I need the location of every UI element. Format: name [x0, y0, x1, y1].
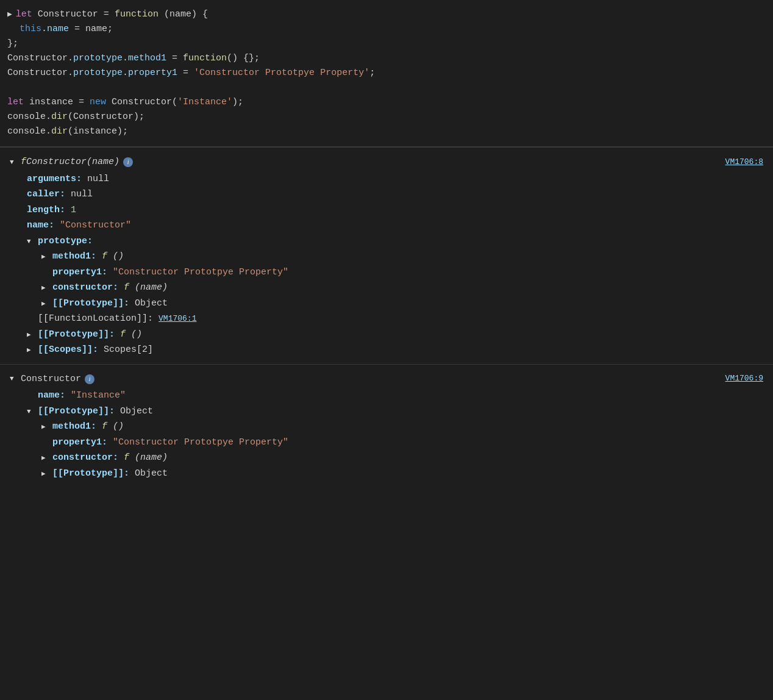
vm-link-function-location[interactable]: VM1706:1 — [159, 312, 196, 326]
method1-expand-arrow[interactable] — [41, 251, 50, 263]
code-line-8: console.dir(Constructor); — [7, 110, 763, 124]
prop-scopes: [[Scopes]]: Scopes[2] — [10, 342, 763, 358]
prop-instance-prototype: [[Prototype]]: Object — [10, 404, 763, 420]
constructor-fn-name: Constructor(name) — [26, 154, 119, 171]
instance-expand-arrow[interactable] — [10, 373, 18, 385]
constructor-inner-expand[interactable] — [41, 282, 50, 294]
prop-instance-prototype-inner: [[Prototype]]: Object — [10, 466, 763, 482]
kw-let: let — [16, 7, 32, 22]
prop-instance-constructor: constructor: f (name) — [10, 450, 763, 466]
prop-constructor-inner: constructor: f (name) — [10, 280, 763, 296]
prop-arguments: arguments: null — [10, 171, 763, 187]
scopes-expand[interactable] — [27, 345, 35, 356]
code-line-4: Constructor.prototype.method1 = function… — [7, 51, 763, 66]
prop-prototype: prototype: — [10, 234, 763, 249]
info-badge-2[interactable]: i — [85, 374, 94, 384]
constructor-header-row: f Constructor(name) i VM1706:8 — [10, 154, 763, 171]
code-line-3: }; — [7, 37, 763, 51]
code-line-6 — [7, 80, 763, 95]
prop-caller: caller: null — [10, 187, 763, 202]
code-line-5: Constructor.prototype.property1 = 'Const… — [7, 66, 763, 80]
prop-property1-proto: property1: "Constructor Prototpye Proper… — [10, 265, 763, 280]
instance-method1-expand[interactable] — [41, 421, 50, 433]
prop-method1: method1: f () — [10, 249, 763, 265]
instance-header-row: Constructor i VM1706:9 — [10, 371, 763, 388]
info-badge-1[interactable]: i — [123, 157, 133, 167]
prototype-inner-expand[interactable] — [41, 298, 50, 310]
code-section: ▶let Constructor = function (name) { thi… — [0, 0, 773, 147]
instance-label: Constructor — [21, 371, 81, 388]
prop-function-location: [[FunctionLocation]]: VM1706:1 — [10, 311, 763, 327]
prototype-expand-arrow[interactable] — [27, 236, 35, 248]
prop-prototype-inner: [[Prototype]]: Object — [10, 296, 763, 312]
prop-prototype2: [[Prototype]]: f () — [10, 327, 763, 343]
prop-instance-property1: property1: "Constructor Prototpye Proper… — [10, 435, 763, 451]
prototype2-expand[interactable] — [27, 329, 35, 341]
prop-instance-method1: method1: f () — [10, 419, 763, 435]
constructor-header-left: f Constructor(name) i — [10, 154, 133, 171]
console-block-instance: Constructor i VM1706:9 name: "Instance" … — [0, 364, 773, 488]
run-arrow-icon: ▶ — [7, 9, 12, 21]
constructor-expand-arrow[interactable] — [10, 156, 18, 169]
instance-proto-inner-expand[interactable] — [41, 468, 50, 480]
instance-header-left: Constructor i — [10, 371, 94, 388]
prop-instance-name: name: "Instance" — [10, 388, 763, 404]
vm-link-2[interactable]: VM1706:9 — [725, 371, 763, 387]
code-line-1: ▶let Constructor = function (name) { — [7, 7, 763, 22]
vm-link-1[interactable]: VM1706:8 — [725, 155, 763, 170]
prop-name-constructor: name: "Constructor" — [10, 218, 763, 234]
instance-constructor-expand[interactable] — [41, 452, 50, 464]
code-line-7: let instance = new Constructor('Instance… — [7, 95, 763, 110]
code-line-2: this.name = name; — [7, 22, 763, 37]
fn-f-label: f — [21, 154, 26, 171]
console-block-constructor: f Constructor(name) i VM1706:8 arguments… — [0, 147, 773, 364]
prop-length: length: 1 — [10, 202, 763, 218]
code-line-9: console.dir(instance); — [7, 124, 763, 139]
instance-prototype-expand[interactable] — [27, 406, 35, 418]
